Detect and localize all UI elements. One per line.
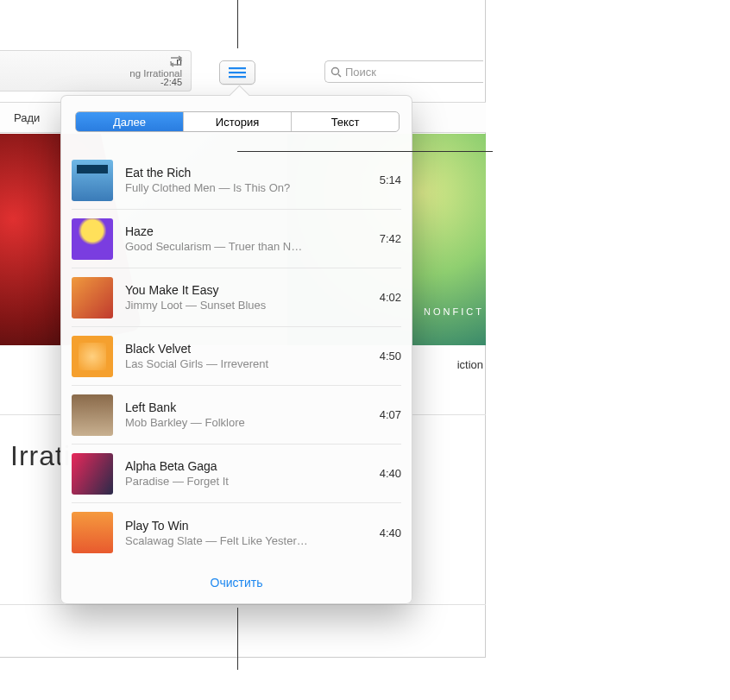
track-info: Play To WinScalawag Slate — Felt Like Ye… <box>125 519 371 547</box>
track-subtitle: Paradise — Forget It <box>125 475 371 488</box>
queue-list: Eat the RichFully Clothed Men — Is This … <box>72 151 401 557</box>
clear-button[interactable]: Очистить <box>61 576 412 590</box>
track-duration: 4:40 <box>380 467 401 480</box>
track-artwork <box>72 277 113 318</box>
track-info: Black VelvetLas Social Girls — Irreveren… <box>125 342 371 370</box>
track-artwork <box>72 160 113 201</box>
callout-line <box>237 0 238 48</box>
track-duration: 4:02 <box>380 291 401 304</box>
segment-next[interactable]: Далее <box>76 112 183 131</box>
queue-row[interactable]: Eat the RichFully Clothed Men — Is This … <box>72 151 401 210</box>
segment-history[interactable]: История <box>183 112 291 131</box>
callout-line <box>237 608 238 670</box>
track-artwork <box>72 453 113 495</box>
track-duration: 7:42 <box>380 232 401 245</box>
track-duration: 5:14 <box>380 173 401 186</box>
now-playing-subtitle: ng Irrational <box>9 68 182 79</box>
track-duration: 4:40 <box>380 527 401 539</box>
track-info: You Make It EasyJimmy Loot — Sunset Blue… <box>125 283 371 312</box>
track-title: Eat the Rich <box>125 166 371 180</box>
track-artwork <box>72 336 113 377</box>
search-field[interactable]: Поиск <box>324 60 483 83</box>
track-duration: 4:07 <box>380 408 401 421</box>
track-title: Left Bank <box>125 400 371 414</box>
track-artwork <box>72 394 113 436</box>
track-artwork <box>72 218 113 260</box>
track-subtitle: Good Secularism — Truer than N… <box>125 240 371 253</box>
remaining-time: -2:45 <box>160 77 182 87</box>
repeat-icon[interactable] <box>168 55 184 67</box>
svg-rect-2 <box>229 76 246 78</box>
svg-point-3 <box>332 67 339 74</box>
banner-caption: iction <box>406 358 483 371</box>
svg-rect-1 <box>229 72 246 73</box>
search-icon <box>330 66 342 78</box>
queue-row[interactable]: Left BankMob Barkley — Folklore4:07 <box>72 386 401 445</box>
track-title: Black Velvet <box>125 342 371 356</box>
track-title: Haze <box>125 224 371 238</box>
track-info: Alpha Beta GagaParadise — Forget It <box>125 459 371 488</box>
now-playing-title: n <box>9 56 182 68</box>
callout-line <box>237 151 493 152</box>
queue-row[interactable]: HazeGood Secularism — Truer than N…7:42 <box>72 210 401 268</box>
search-placeholder: Поиск <box>345 66 376 79</box>
segment-lyrics[interactable]: Текст <box>291 112 399 131</box>
segmented-control: Далее История Текст <box>75 111 400 132</box>
svg-rect-0 <box>229 67 246 69</box>
track-info: HazeGood Secularism — Truer than N… <box>125 224 371 253</box>
track-subtitle: Las Social Girls — Irreverent <box>125 357 371 370</box>
tab-radio[interactable]: Ради <box>14 111 40 124</box>
up-next-button[interactable] <box>219 60 255 85</box>
up-next-popover: Далее История Текст Eat the RichFully Cl… <box>60 95 412 604</box>
track-subtitle: Fully Clothed Men — Is This On? <box>125 181 371 194</box>
divider <box>0 604 486 605</box>
now-playing-lcd[interactable]: n ng Irrational -2:45 <box>0 50 192 91</box>
queue-row[interactable]: Black VelvetLas Social Girls — Irreveren… <box>72 327 401 386</box>
track-title: Play To Win <box>125 519 371 533</box>
track-artwork <box>72 512 113 553</box>
queue-row[interactable]: Alpha Beta GagaParadise — Forget It4:40 <box>72 445 401 503</box>
track-title: You Make It Easy <box>125 283 371 297</box>
track-info: Eat the RichFully Clothed Men — Is This … <box>125 166 371 194</box>
track-subtitle: Scalawag Slate — Felt Like Yester… <box>125 534 371 547</box>
track-subtitle: Mob Barkley — Folklore <box>125 416 371 429</box>
banner-overlay-text: NONFICT <box>424 306 484 317</box>
app-window: n ng Irrational -2:45 Поиск Ради NONFICT… <box>0 0 486 658</box>
track-subtitle: Jimmy Loot — Sunset Blues <box>125 299 371 312</box>
queue-row[interactable]: Play To WinScalawag Slate — Felt Like Ye… <box>72 503 401 557</box>
track-duration: 4:50 <box>380 350 401 363</box>
queue-row[interactable]: You Make It EasyJimmy Loot — Sunset Blue… <box>72 268 401 327</box>
svg-line-4 <box>338 74 341 77</box>
track-info: Left BankMob Barkley — Folklore <box>125 400 371 429</box>
track-title: Alpha Beta Gaga <box>125 459 371 473</box>
